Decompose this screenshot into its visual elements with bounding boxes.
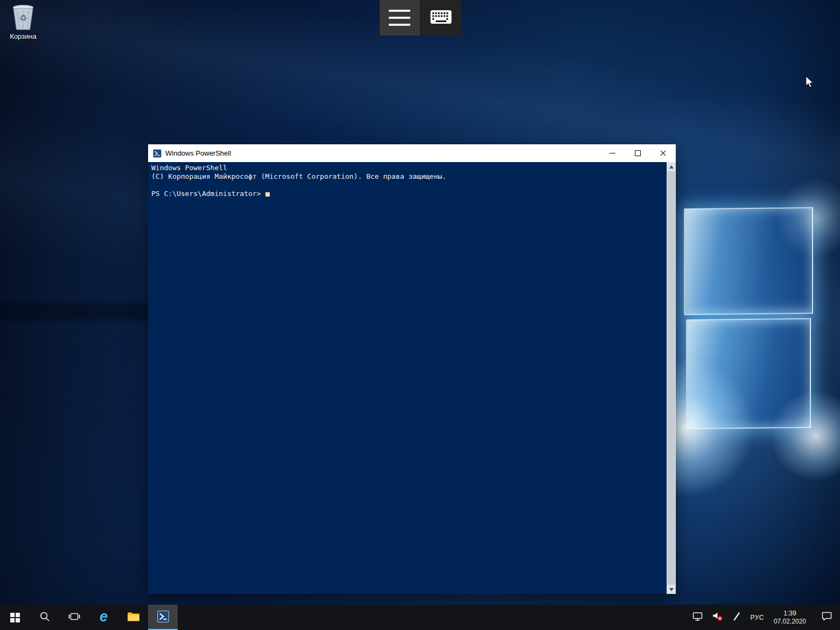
action-center-button[interactable] — [814, 605, 840, 630]
task-view-button[interactable] — [59, 605, 89, 630]
minimize-button[interactable] — [600, 144, 625, 162]
file-explorer-icon — [127, 611, 140, 624]
window-controls — [600, 144, 676, 162]
scroll-up-button[interactable] — [667, 162, 676, 171]
start-button[interactable] — [0, 605, 30, 630]
pen-icon — [732, 611, 741, 624]
window-titlebar[interactable]: Windows PowerShell — [148, 144, 676, 162]
arrow-up-icon — [669, 165, 674, 169]
maximize-button[interactable] — [625, 144, 650, 162]
console-line — [151, 181, 676, 190]
action-center-icon — [821, 611, 832, 624]
scrollbar-thumb[interactable] — [667, 171, 675, 585]
console-output[interactable]: Windows PowerShell (C) Корпорация Майкро… — [148, 162, 676, 594]
svg-text:♻: ♻ — [19, 13, 27, 23]
console-line: Windows PowerShell — [151, 164, 676, 172]
hamburger-menu-icon — [389, 10, 410, 26]
prompt-line: PS C:\Users\Administrator> — [151, 190, 676, 198]
file-explorer-button[interactable] — [118, 605, 148, 630]
speaker-muted-icon — [712, 611, 723, 624]
console-line: (C) Корпорация Майкрософт (Microsoft Cor… — [151, 172, 676, 181]
menu-button[interactable] — [380, 0, 420, 36]
clock-date: 07.02.2020 — [774, 618, 806, 626]
recycle-bin-label: Корзина — [4, 32, 42, 40]
search-icon — [39, 611, 50, 624]
prompt: PS C:\Users\Administrator> — [151, 190, 265, 198]
recycle-bin[interactable]: ♻ Корзина — [4, 3, 42, 40]
close-button[interactable] — [650, 144, 676, 162]
powershell-icon — [157, 611, 169, 625]
display-icon — [692, 612, 703, 624]
minimize-icon — [610, 153, 615, 153]
windows-logo-pane-bottom — [686, 318, 811, 429]
clock[interactable]: 1:39 07.02.2020 — [768, 610, 811, 626]
console-scrollbar[interactable] — [667, 162, 676, 594]
recycle-bin-icon: ♻ — [11, 3, 36, 31]
window-title: Windows PowerShell — [165, 149, 600, 157]
system-tray: РУС 1:39 07.02.2020 — [688, 605, 840, 630]
text-cursor — [265, 192, 270, 197]
arrow-down-icon — [669, 588, 674, 591]
powershell-window-icon — [153, 149, 162, 158]
windows-logo-pane-top — [684, 207, 813, 316]
taskbar: e — [0, 605, 840, 630]
scroll-down-button[interactable] — [667, 585, 676, 594]
maximize-icon — [635, 150, 641, 156]
language-indicator[interactable]: РУС — [746, 605, 768, 630]
task-view-icon — [68, 611, 80, 624]
wallpaper-horizon-band — [0, 299, 150, 324]
search-button[interactable] — [30, 605, 59, 630]
language-label: РУС — [750, 614, 764, 621]
clock-time: 1:39 — [783, 610, 796, 618]
keyboard-icon — [430, 10, 452, 26]
internet-explorer-icon: e — [100, 610, 108, 624]
start-icon — [10, 613, 20, 622]
vm-console-toolbar — [380, 0, 461, 36]
powershell-taskbar-button[interactable] — [148, 605, 178, 630]
taskbar-left: e — [0, 605, 178, 630]
volume-tray-button[interactable] — [708, 605, 727, 630]
display-tray-button[interactable] — [688, 605, 708, 630]
powershell-window: Windows PowerShell Windows PowerShell (C… — [148, 144, 676, 594]
pen-tray-button[interactable] — [727, 605, 746, 630]
internet-explorer-button[interactable]: e — [89, 605, 118, 630]
keyboard-button[interactable] — [421, 0, 461, 36]
